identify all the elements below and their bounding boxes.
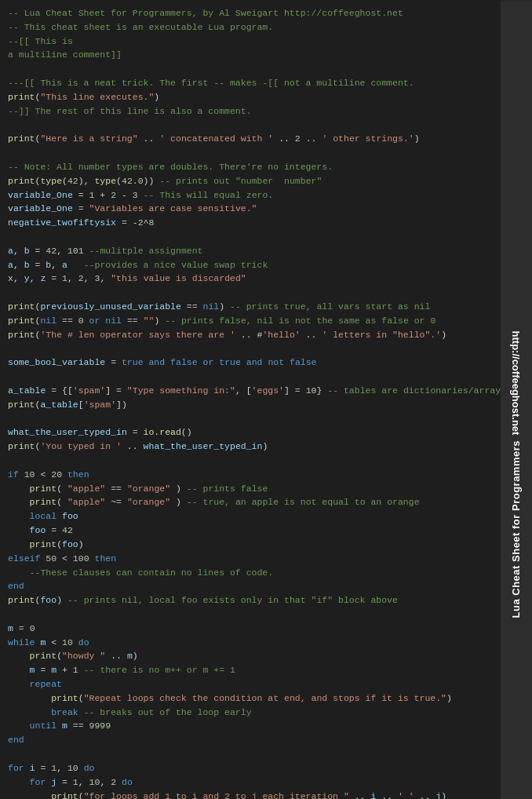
sidebar-url: http://coffeeghost.net — [511, 331, 523, 436]
code-area: -- Lua Cheat Sheet for Programmers, by A… — [0, 0, 501, 799]
sidebar-label: Lua Cheat Sheet for Programmers — [509, 440, 523, 618]
sidebar: Lua Cheat Sheet for Programmers http://c… — [501, 0, 532, 799]
code-content: -- Lua Cheat Sheet for Programmers, by A… — [8, 6, 493, 799]
